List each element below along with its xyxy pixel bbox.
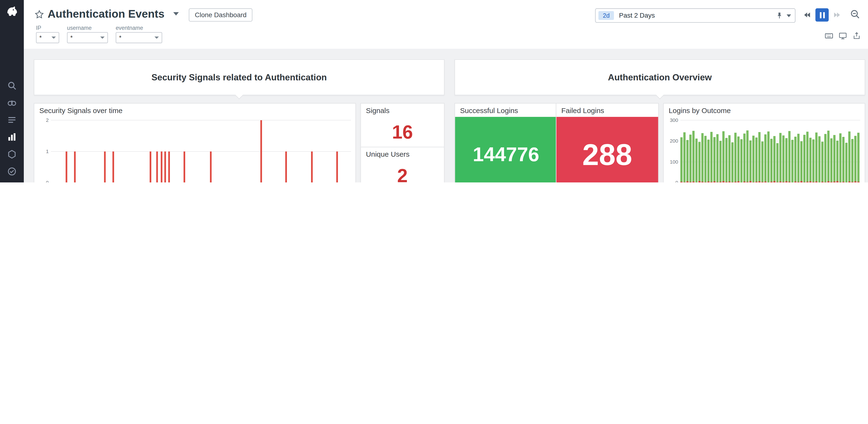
svg-text:2: 2 bbox=[46, 117, 49, 123]
pin-icon[interactable] bbox=[776, 12, 783, 20]
keyboard-shortcuts-icon[interactable] bbox=[825, 31, 833, 40]
chevron-down-icon bbox=[154, 36, 159, 39]
page-title[interactable]: Authentication Events bbox=[48, 8, 164, 21]
template-variable-filters: IP*username*eventname* bbox=[36, 25, 162, 43]
widget-successful-logins[interactable]: Successful Logins 144776 bbox=[455, 103, 557, 182]
widget-signals-count[interactable]: Signals 16 bbox=[360, 103, 444, 148]
widget-title: Signals bbox=[361, 103, 444, 117]
group-header-authentication-overview[interactable]: Authentication Overview bbox=[455, 59, 865, 95]
group-header-security-signals[interactable]: Security Signals related to Authenticati… bbox=[34, 59, 444, 95]
group-title: Security Signals related to Authenticati… bbox=[151, 72, 327, 82]
logins-by-outcome-chart[interactable]: 0100200300Tue 912:00Wed 1012:00 bbox=[664, 116, 865, 182]
filter-label: username bbox=[67, 25, 108, 31]
clone-dashboard-button[interactable]: Clone Dashboard bbox=[189, 8, 253, 22]
svg-text:100: 100 bbox=[670, 159, 678, 164]
datadog-dashboard: ? Authentication Events Clone Dashboard … bbox=[0, 0, 868, 182]
zoom-out-button[interactable] bbox=[850, 9, 861, 20]
search-icon[interactable] bbox=[7, 81, 17, 90]
chevron-down-icon bbox=[52, 36, 56, 39]
svg-text:0: 0 bbox=[675, 180, 678, 182]
favorite-star-icon[interactable] bbox=[34, 9, 44, 19]
left-nav-sidebar: ? bbox=[0, 0, 24, 182]
filter-label: eventname bbox=[116, 25, 162, 31]
widget-title: Unique Users bbox=[361, 147, 444, 161]
tv-mode-icon[interactable] bbox=[839, 31, 847, 40]
svg-text:200: 200 bbox=[670, 138, 678, 144]
widget-title: Successful Logins bbox=[455, 103, 557, 117]
group-title: Authentication Overview bbox=[608, 72, 712, 82]
widget-unique-users[interactable]: Unique Users 2 bbox=[360, 147, 444, 182]
svg-text:0: 0 bbox=[46, 180, 49, 182]
time-backward-button[interactable] bbox=[801, 8, 814, 22]
monitors-icon[interactable] bbox=[7, 167, 17, 176]
signals-value: 16 bbox=[361, 116, 444, 148]
events-icon[interactable] bbox=[7, 115, 17, 124]
failed-logins-value: 288 bbox=[556, 117, 658, 182]
filter-value: * bbox=[39, 34, 42, 41]
widget-title: Failed Logins bbox=[556, 103, 658, 117]
view-option-icons bbox=[825, 31, 861, 40]
filter-select-username[interactable]: * bbox=[67, 32, 108, 43]
filter-select-IP[interactable]: * bbox=[36, 32, 59, 43]
widget-title: Security Signals over time bbox=[34, 103, 355, 117]
chevron-down-icon bbox=[100, 36, 105, 39]
share-icon[interactable] bbox=[852, 31, 861, 40]
dashboards-icon[interactable] bbox=[7, 132, 17, 142]
time-nav-buttons bbox=[801, 8, 844, 22]
filter-username: username* bbox=[67, 25, 108, 43]
widget-logins-by-outcome[interactable]: Logins by Outcome 0100200300Tue 912:00We… bbox=[663, 103, 865, 182]
filter-IP: IP* bbox=[36, 25, 59, 43]
datadog-logo-icon[interactable] bbox=[5, 4, 19, 19]
unique-users-value: 2 bbox=[361, 159, 444, 182]
watchdog-icon[interactable] bbox=[7, 98, 17, 107]
filter-eventname: eventname* bbox=[116, 25, 162, 43]
infrastructure-icon[interactable] bbox=[7, 150, 17, 159]
filter-value: * bbox=[119, 34, 121, 41]
filter-select-eventname[interactable]: * bbox=[116, 32, 162, 43]
time-range-badge: 2d bbox=[598, 11, 614, 20]
pause-button[interactable] bbox=[815, 8, 829, 22]
svg-text:1: 1 bbox=[46, 149, 49, 154]
widget-security-signals-over-time[interactable]: Security Signals over time 012Tue 912:00… bbox=[34, 103, 356, 182]
time-range-label: Past 2 Days bbox=[619, 12, 776, 20]
filter-value: * bbox=[70, 34, 73, 41]
time-forward-button[interactable] bbox=[830, 8, 844, 22]
filter-label: IP bbox=[36, 25, 59, 31]
title-chevron-down-icon[interactable] bbox=[173, 12, 179, 16]
signals-over-time-chart[interactable]: 012Tue 912:00Wed 1012:00 bbox=[34, 116, 355, 182]
header: Authentication Events Clone Dashboard 2d… bbox=[24, 0, 868, 49]
time-range-selector[interactable]: 2d Past 2 Days bbox=[595, 8, 796, 23]
widget-title: Logins by Outcome bbox=[664, 103, 865, 117]
svg-text:300: 300 bbox=[670, 117, 678, 123]
successful-logins-value: 144776 bbox=[455, 117, 557, 182]
widget-failed-logins[interactable]: Failed Logins 288 bbox=[556, 103, 659, 182]
time-range-chevron-down-icon[interactable] bbox=[787, 14, 791, 17]
